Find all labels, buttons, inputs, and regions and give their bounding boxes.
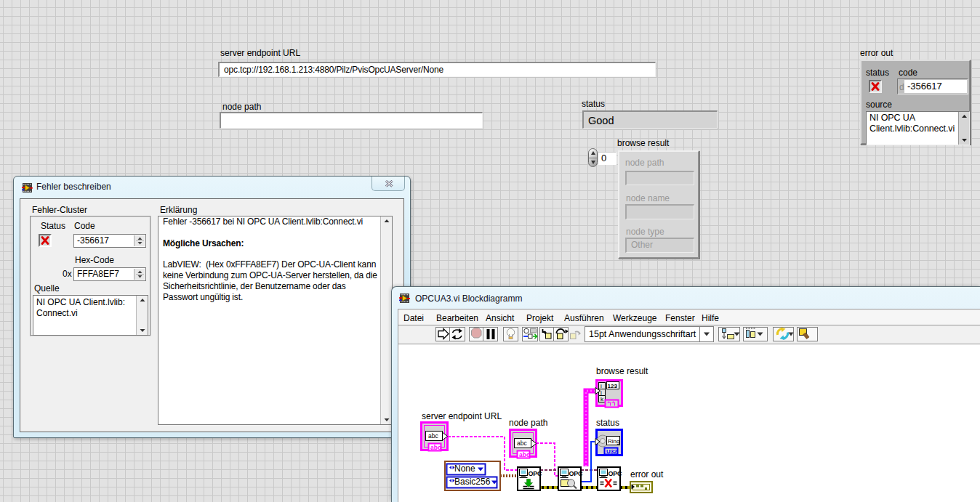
svg-text:browse result: browse result xyxy=(596,366,648,376)
svg-text:server endpoint URL: server endpoint URL xyxy=(422,411,502,421)
svg-text:Ring: Ring xyxy=(608,438,619,445)
svg-text:error out: error out xyxy=(630,469,664,479)
svg-text:Basic256: Basic256 xyxy=(454,477,491,487)
svg-text:OPC: OPC xyxy=(609,470,623,477)
svg-text:15pt Anwendungsschriftart: 15pt Anwendungsschriftart xyxy=(589,329,696,339)
svg-text:None: None xyxy=(454,463,475,474)
svg-text:status: status xyxy=(596,418,619,428)
svg-text:j: j xyxy=(600,389,602,396)
svg-text:abc: abc xyxy=(430,444,441,451)
svg-text:node path: node path xyxy=(509,418,547,428)
svg-text:i: i xyxy=(601,383,602,389)
svg-text:abc: abc xyxy=(428,432,438,440)
svg-text:abc: abc xyxy=(517,440,527,447)
svg-text:U32: U32 xyxy=(606,448,617,455)
svg-text:123: 123 xyxy=(608,383,618,389)
svg-text:abc: abc xyxy=(519,451,530,458)
svg-text:OPC: OPC xyxy=(529,470,543,477)
svg-text:OPC: OPC xyxy=(569,470,584,477)
